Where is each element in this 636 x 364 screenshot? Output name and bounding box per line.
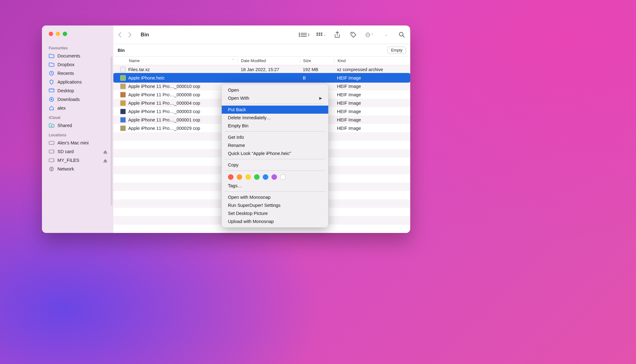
file-thumb-icon — [120, 84, 126, 89]
sidebar-item-alex[interactable]: alex — [42, 104, 112, 112]
menu-item-copy[interactable]: Copy — [222, 161, 328, 169]
file-name: Apple iPhone 11 Pro…_000004 cop — [128, 101, 200, 106]
column-header-name[interactable]: Name ⌃ — [113, 58, 238, 63]
svg-point-16 — [399, 32, 403, 36]
menu-item-label: Run SuperDuper! Settings — [228, 203, 280, 208]
tags-button[interactable] — [349, 31, 357, 38]
chevron-right-icon: ▶ — [319, 96, 322, 100]
sidebar-item-network[interactable]: Network — [42, 165, 112, 173]
menu-item-set-desktop-picture[interactable]: Set Desktop Picture — [222, 209, 328, 217]
tag-purple-button[interactable] — [271, 174, 277, 180]
more-actions-button[interactable]: ⌄ — [366, 31, 374, 38]
desktop-icon — [49, 89, 54, 93]
table-row[interactable]: Files.tar.xz18 Jan 2022, 15:27192 MBxz c… — [113, 65, 410, 74]
nav-back-button[interactable] — [118, 32, 127, 38]
file-name: Apple iPhone 11 Pro…_000010 cop — [128, 84, 200, 89]
menu-item-upload-with-monosnap[interactable]: Upload with Monosnap — [222, 217, 328, 225]
tag-red-button[interactable] — [228, 174, 234, 180]
tag-orange-button[interactable] — [237, 174, 242, 180]
close-window-button[interactable] — [49, 32, 53, 36]
column-header-size[interactable]: Size — [300, 58, 334, 63]
file-kind: HEIF Image — [334, 101, 410, 106]
sidebar-item-dropbox[interactable]: Dropbox — [42, 60, 112, 69]
svg-rect-5 — [49, 141, 54, 144]
group-by-button[interactable]: ⌄ — [317, 33, 325, 37]
file-name: Apple iPhone 11 Pro…_000008 cop — [128, 92, 200, 97]
sidebar-item-documents[interactable]: Documents — [42, 52, 112, 60]
file-name: Files.tar.xz — [128, 67, 150, 72]
minimize-window-button[interactable] — [56, 32, 60, 36]
svg-point-13 — [367, 34, 367, 35]
menu-item-label: Open — [228, 88, 239, 93]
menu-item-empty-bin[interactable]: Empty Bin — [222, 122, 328, 130]
menu-item-open-with-monosnap[interactable]: Open with Monosnap — [222, 193, 328, 201]
menu-item-open-with[interactable]: Open With▶ — [222, 94, 328, 102]
sidebar-item-sd-card[interactable]: SD card — [42, 147, 112, 156]
file-name: Apple iPhone.heic — [128, 75, 165, 80]
sort-caret-icon: ⌃ — [232, 58, 234, 62]
menu-item-open[interactable]: Open — [222, 86, 328, 94]
toolbar-overflow-button[interactable]: ⌄ — [382, 33, 390, 37]
tag-none-button[interactable] — [280, 174, 286, 180]
menu-item-run-superduper-settings[interactable]: Run SuperDuper! Settings — [222, 201, 328, 209]
nav-forward-button[interactable] — [128, 32, 138, 38]
sidebar-item-label: Applications — [57, 80, 82, 84]
tag-blue-button[interactable] — [263, 174, 268, 180]
clock-icon — [49, 71, 54, 76]
listview-icon — [301, 33, 307, 37]
tag-color-row — [222, 172, 328, 182]
column-header-date[interactable]: Date Modified — [238, 58, 300, 63]
menu-item-quick-look-apple-iphone-heic[interactable]: Quick Look “Apple iPhone.heic” — [222, 149, 328, 157]
shared-icon — [49, 123, 54, 128]
sidebar-item-recents[interactable]: Recents — [42, 69, 112, 78]
folder-icon — [49, 54, 54, 58]
menu-item-label: Get Info — [228, 135, 244, 140]
file-kind: HEIF Image — [334, 75, 410, 80]
tag-green-button[interactable] — [254, 174, 260, 180]
menu-item-label: Empty Bin — [228, 123, 248, 128]
sidebar-item-alex-s-mac-mini[interactable]: Alex's Mac mini — [42, 139, 112, 147]
sidebar-item-applications[interactable]: Applications — [42, 78, 112, 86]
file-kind: xz compressed archive — [334, 67, 410, 72]
file-kind: HEIF Image — [334, 126, 410, 131]
file-name: Apple iPhone 11 Pro…_000003 cop — [128, 109, 200, 114]
search-button[interactable] — [398, 32, 406, 38]
globe-icon — [49, 166, 54, 171]
tag-yellow-button[interactable] — [245, 174, 251, 180]
sidebar-item-desktop[interactable]: Desktop — [42, 86, 112, 95]
sidebar-item-label: Recents — [57, 71, 74, 76]
menu-item-label: Open with Monosnap — [228, 195, 270, 200]
sidebar-item-my-files[interactable]: MY_FILES — [42, 156, 112, 165]
menu-item-get-info[interactable]: Get Info — [222, 133, 328, 141]
file-kind: HEIF Image — [334, 84, 410, 89]
file-thumb-icon — [120, 117, 126, 123]
sidebar-section-heading: Locations — [42, 130, 112, 139]
eject-icon[interactable] — [103, 150, 107, 153]
file-thumb-icon — [120, 125, 126, 131]
file-date: 18 Jan 2022, 15:27 — [238, 67, 300, 72]
menu-item-put-back[interactable]: Put Back — [222, 106, 328, 114]
file-name: Apple iPhone 11 Pro…_000001 cop — [128, 117, 200, 122]
menu-item-delete-immediately[interactable]: Delete Immediately… — [222, 114, 328, 122]
column-header-kind[interactable]: Kind — [334, 58, 410, 63]
menu-item-tags[interactable]: Tags… — [222, 182, 328, 190]
share-button[interactable] — [333, 31, 341, 38]
download-icon — [49, 97, 54, 102]
empty-trash-button[interactable]: Empty — [388, 47, 406, 54]
sidebar-item-downloads[interactable]: Downloads — [42, 95, 112, 104]
sidebar-item-label: MY_FILES — [57, 158, 79, 163]
sidebar-item-label: Network — [57, 166, 74, 171]
chevron-down-icon: ⌄ — [323, 33, 326, 37]
menu-item-rename[interactable]: Rename — [222, 141, 328, 149]
svg-line-17 — [403, 36, 404, 37]
sidebar-item-shared[interactable]: Shared — [42, 121, 112, 130]
svg-point-14 — [368, 34, 368, 35]
svg-point-15 — [368, 34, 369, 35]
menu-item-label: Copy — [228, 162, 238, 167]
zoom-window-button[interactable] — [63, 32, 67, 36]
menu-item-label: Rename — [228, 143, 245, 148]
window-title: Bin — [141, 32, 149, 38]
eject-icon[interactable] — [103, 159, 107, 162]
table-row[interactable]: Apple iPhone.heicBHEIF Image — [113, 74, 410, 82]
view-as-list-button[interactable]: ▴▾ — [301, 33, 309, 37]
